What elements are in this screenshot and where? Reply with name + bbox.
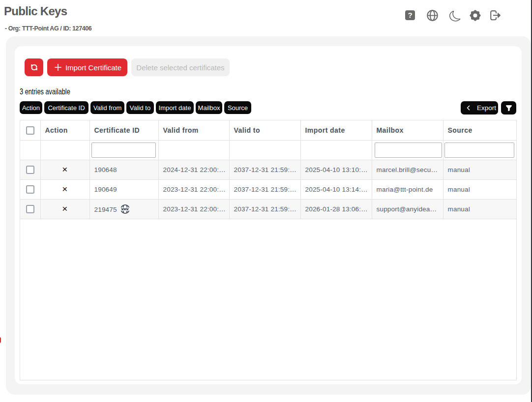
svg-text:?: ? xyxy=(408,11,412,19)
